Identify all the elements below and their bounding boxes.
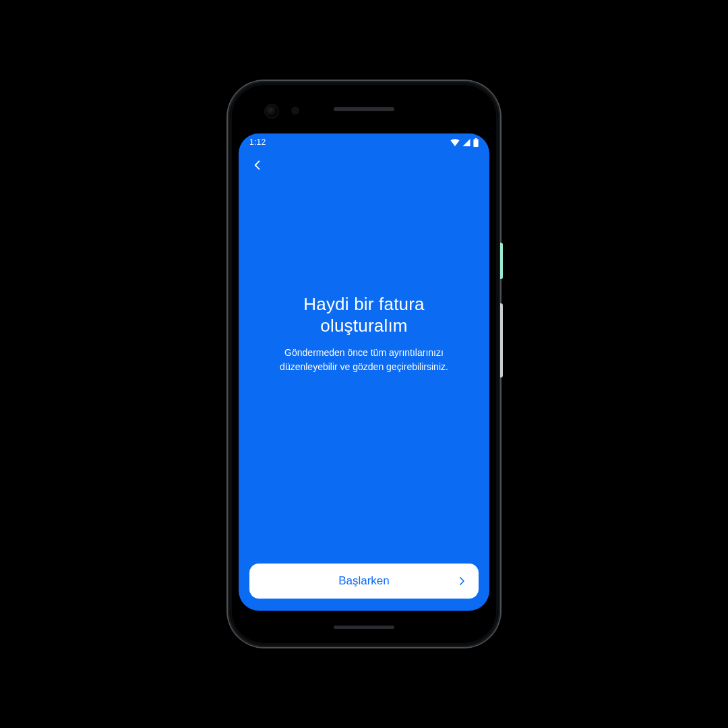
phone-bezel: 1:12 (232, 85, 496, 643)
nav-bar (239, 151, 489, 181)
battery-icon (473, 138, 479, 147)
wifi-icon (450, 139, 460, 146)
chevron-right-icon (456, 575, 468, 587)
status-bar: 1:12 (239, 133, 489, 151)
phone-speaker (334, 626, 394, 629)
status-time: 1:12 (249, 138, 266, 147)
phone-bottom-bezel (232, 611, 496, 643)
get-started-button[interactable]: Başlarken (249, 564, 479, 599)
cta-label: Başlarken (338, 574, 390, 588)
phone-frame: 1:12 (228, 81, 500, 647)
phone-top-bezel (232, 85, 496, 133)
phone-power-button (500, 243, 503, 279)
onboarding-content: Haydi bir fatura oluşturalım Göndermeden… (239, 181, 489, 554)
chevron-left-icon (251, 158, 264, 174)
back-button[interactable] (244, 152, 271, 179)
svg-rect-1 (473, 139, 478, 147)
cellular-signal-icon (462, 139, 471, 146)
phone-earpiece (334, 107, 394, 111)
subheadline-text: Göndermeden önce tüm ayrıntılarınızı düz… (276, 346, 452, 373)
footer: Başlarken (239, 554, 489, 611)
svg-rect-0 (475, 138, 477, 139)
phone-camera-icon (266, 105, 278, 117)
headline-text: Haydi bir fatura oluşturalım (270, 294, 458, 336)
phone-sensor-icon (291, 107, 299, 115)
status-right-cluster (450, 138, 479, 147)
phone-volume-button (500, 303, 503, 377)
app-screen: 1:12 (239, 133, 489, 611)
stage: 1:12 (0, 0, 728, 728)
